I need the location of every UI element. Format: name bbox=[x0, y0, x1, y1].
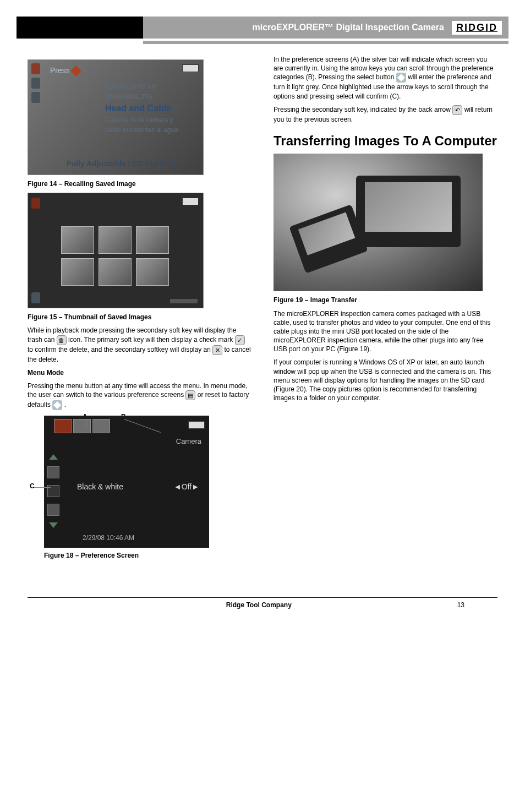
footer: Ridge Tool Company 13 bbox=[28, 597, 497, 609]
text-seg-2: icon. The primary soft key will then dis… bbox=[68, 336, 235, 344]
menu-icon: ▤ bbox=[185, 390, 195, 400]
camera-icon bbox=[31, 63, 40, 74]
text-seg-7: . bbox=[64, 401, 66, 408]
thumb-2 bbox=[99, 226, 132, 254]
figure-15-image bbox=[28, 193, 204, 308]
fig14-footer-text: Fully Adjustable LED Lighting bbox=[67, 159, 176, 169]
content-area: Press 2/29/08 10:52 AM SNAK0004.JPG Head… bbox=[0, 44, 525, 575]
left-column: Press 2/29/08 10:52 AM SNAK0004.JPG Head… bbox=[28, 55, 251, 564]
screen-title: Camera bbox=[176, 437, 201, 446]
header-black-block bbox=[17, 17, 143, 39]
tab-3-icon bbox=[92, 419, 110, 433]
text-seg-r3: Pressing the secondary soft key, indicat… bbox=[274, 106, 452, 113]
usb-paragraph: The microEXPLORER inspection camera come… bbox=[274, 309, 497, 354]
brand-logo: RIDGID bbox=[452, 21, 502, 35]
figure-18-caption: Figure 18 – Preference Screen bbox=[44, 551, 251, 560]
figure-14-image: Press 2/29/08 10:52 AM SNAK0004.JPG Head… bbox=[28, 59, 204, 175]
thumb-4 bbox=[61, 258, 94, 286]
menu-paragraph: Pressing the menu button at any time wil… bbox=[28, 382, 251, 410]
product-name: microEXPLORER™ Digital Inspection Camera bbox=[252, 23, 444, 32]
diamond-icon bbox=[396, 73, 406, 83]
thumb-1 bbox=[61, 226, 94, 254]
thumb-6 bbox=[136, 258, 169, 286]
figure-19-caption: Figure 19 – Image Transfer bbox=[274, 296, 497, 304]
gear-icon bbox=[31, 92, 40, 103]
spanish-line-2: cable resistentes al agua bbox=[105, 125, 198, 135]
leader-label-c: C bbox=[30, 482, 35, 491]
text-seg-3: to confirm the delete, and the secondary… bbox=[28, 346, 212, 353]
figure-14-caption: Figure 14 – Recalling Saved Image bbox=[28, 179, 251, 188]
check-icon: ✓ bbox=[235, 335, 245, 345]
thumb-3 bbox=[136, 226, 169, 254]
scrollbar bbox=[170, 299, 198, 303]
screen-time: 2/29/08 10:46 AM bbox=[83, 533, 134, 542]
thumbnail-grid bbox=[61, 226, 169, 286]
trash-icon: 🗑 bbox=[57, 335, 67, 345]
right-column: In the preference screens (A) the silver… bbox=[274, 55, 497, 564]
press-hint: Press bbox=[50, 66, 80, 76]
pref-value: ◄Off► bbox=[174, 482, 199, 492]
pref-icon-1 bbox=[47, 466, 59, 478]
chevron-down-icon bbox=[49, 522, 58, 528]
transfer-heading: Transferring Images To A Computer bbox=[274, 134, 497, 148]
header: microEXPLORER™ Digital Inspection Camera… bbox=[17, 17, 508, 39]
diamond-icon bbox=[52, 400, 62, 410]
preference-paragraph: In the preference screens (A) the silver… bbox=[274, 55, 497, 101]
gear-icon bbox=[31, 292, 40, 303]
x-icon: ✕ bbox=[212, 345, 222, 355]
back-arrow-icon: ↶ bbox=[452, 105, 462, 115]
battery-icon bbox=[182, 64, 199, 72]
spanish-line-1: Cabeza de la camara y bbox=[105, 115, 198, 125]
delete-paragraph: While in playback mode pressing the seco… bbox=[28, 326, 251, 363]
battery-icon bbox=[182, 198, 199, 205]
footer-company: Ridge Tool Company bbox=[61, 601, 457, 609]
pref-label: Black & white bbox=[77, 482, 123, 492]
leader-line-c bbox=[34, 487, 51, 488]
figure-18-image: Camera Black & white ◄Off► 2/29/08 10:46… bbox=[44, 416, 209, 548]
head-cable-label: Head and Cable bbox=[105, 102, 198, 115]
camera-icon bbox=[31, 198, 40, 209]
back-paragraph: Pressing the secondary soft key, indicat… bbox=[274, 105, 497, 124]
header-gray-block: microEXPLORER™ Digital Inspection Camera… bbox=[143, 17, 508, 39]
page-number: 13 bbox=[457, 601, 464, 609]
laptop-graphic bbox=[356, 176, 461, 247]
grid-icon bbox=[31, 78, 40, 89]
filename: SNAK0004.JPG bbox=[105, 92, 198, 102]
chevron-up-icon bbox=[49, 454, 58, 460]
thumb-5 bbox=[99, 258, 132, 286]
pref-icon-3 bbox=[47, 504, 59, 516]
menu-mode-heading: Menu Mode bbox=[28, 368, 251, 377]
tab-camera-icon bbox=[54, 419, 72, 433]
figure-19-image bbox=[274, 154, 483, 291]
windows-paragraph: If your computer is running a Windows OS… bbox=[274, 358, 497, 402]
leader-line-a bbox=[86, 419, 86, 428]
timestamp: 2/29/08 10:52 AM bbox=[105, 82, 198, 92]
figure-15-caption: Figure 15 – Thumbnail of Saved Images bbox=[28, 313, 251, 321]
tab-2-icon bbox=[73, 419, 91, 433]
figure-14-overlay-text: 2/29/08 10:52 AM SNAK0004.JPG Head and C… bbox=[105, 82, 198, 135]
battery-icon bbox=[188, 421, 205, 429]
